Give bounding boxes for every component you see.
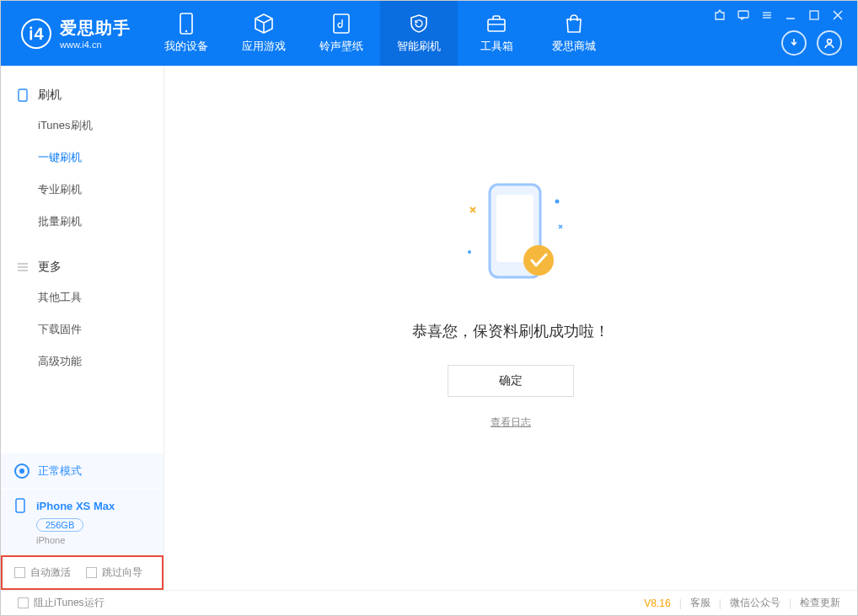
footer-link-support[interactable]: 客服 (690, 596, 711, 610)
main-content: 恭喜您，保资料刷机成功啦！ 确定 查看日志 (164, 66, 857, 590)
success-message: 恭喜您，保资料刷机成功啦！ (412, 321, 609, 341)
download-button[interactable] (781, 30, 807, 56)
svg-rect-3 (488, 19, 505, 31)
tab-my-device[interactable]: 我的设备 (147, 1, 225, 66)
phone-icon (175, 13, 197, 35)
svg-rect-10 (810, 11, 818, 19)
cube-icon (253, 13, 275, 35)
device-status[interactable]: 正常模式 (1, 453, 164, 489)
device-capacity: 256GB (36, 518, 83, 532)
checkbox-auto-activate[interactable]: 自动激活 (14, 565, 71, 580)
device-name: iPhone XS Max (36, 500, 115, 512)
svg-point-22 (523, 245, 554, 276)
user-button[interactable] (817, 30, 842, 56)
app-title: 爱思助手 (60, 17, 131, 40)
feedback-icon[interactable] (736, 8, 751, 23)
sidebar-item-download-firmware[interactable]: 下载固件 (1, 313, 164, 345)
close-icon[interactable] (830, 8, 845, 23)
svg-rect-5 (738, 11, 748, 18)
device-icon (16, 88, 29, 102)
footer: 阻止iTunes运行 V8.16 | 客服 | 微信公众号 | 检查更新 (1, 590, 857, 615)
app-header: ⅰ4 爱思助手 www.i4.cn 我的设备 应用游戏 铃声壁纸 智能刷机 工具… (1, 1, 857, 66)
app-subtitle: www.i4.cn (60, 40, 131, 50)
phone-small-icon (14, 498, 29, 513)
logo-icon: ⅰ4 (21, 19, 51, 49)
theme-icon[interactable] (712, 8, 727, 23)
sidebar: 刷机 iTunes刷机 一键刷机 专业刷机 批量刷机 更多 其他工具 下载固件 … (1, 66, 164, 590)
sidebar-item-other-tools[interactable]: 其他工具 (1, 281, 164, 313)
svg-rect-19 (16, 499, 24, 512)
sidebar-item-advanced[interactable]: 高级功能 (1, 345, 164, 378)
svg-point-24 (468, 250, 471, 254)
status-label: 正常模式 (38, 463, 82, 479)
sidebar-item-pro-flash[interactable]: 专业刷机 (1, 174, 164, 206)
svg-point-18 (19, 469, 24, 474)
sidebar-group-more[interactable]: 更多 (1, 253, 164, 281)
briefcase-icon (485, 13, 507, 35)
sidebar-group-flash[interactable]: 刷机 (1, 81, 164, 110)
device-info[interactable]: iPhone XS Max 256GB iPhone (1, 490, 164, 555)
sidebar-item-batch-flash[interactable]: 批量刷机 (1, 206, 164, 238)
tab-smart-flash[interactable]: 智能刷机 (380, 1, 458, 66)
version-label: V8.16 (644, 597, 670, 609)
success-illustration (439, 176, 582, 294)
logo: ⅰ4 爱思助手 www.i4.cn (1, 17, 147, 50)
svg-rect-14 (19, 89, 27, 101)
menu-icon[interactable] (759, 8, 775, 23)
sidebar-item-oneclick-flash[interactable]: 一键刷机 (1, 142, 164, 174)
checkbox-block-itunes[interactable]: 阻止iTunes运行 (18, 596, 105, 610)
window-controls (712, 8, 845, 23)
tab-ringtone-wallpaper[interactable]: 铃声壁纸 (303, 1, 380, 66)
svg-point-23 (555, 199, 560, 203)
shopping-bag-icon (563, 13, 585, 35)
minimize-icon[interactable] (783, 8, 798, 23)
tab-apps-games[interactable]: 应用游戏 (225, 1, 303, 66)
ok-button[interactable]: 确定 (448, 365, 574, 397)
svg-point-1 (185, 30, 187, 32)
shield-refresh-icon (408, 13, 430, 35)
svg-point-13 (828, 40, 832, 44)
list-icon (16, 260, 29, 274)
status-dot-icon (14, 463, 29, 479)
checkbox-skip-guide[interactable]: 跳过向导 (86, 565, 142, 580)
highlighted-options: 自动激活 跳过向导 (1, 555, 164, 590)
footer-link-update[interactable]: 检查更新 (800, 596, 840, 610)
music-file-icon (330, 13, 352, 35)
device-type: iPhone (36, 535, 150, 545)
tab-store[interactable]: 爱思商城 (535, 1, 613, 66)
sidebar-item-itunes-flash[interactable]: iTunes刷机 (1, 110, 164, 142)
maximize-icon[interactable] (807, 8, 822, 23)
tab-toolbox[interactable]: 工具箱 (458, 1, 535, 66)
nav-tabs: 我的设备 应用游戏 铃声壁纸 智能刷机 工具箱 爱思商城 (147, 1, 613, 66)
footer-link-wechat[interactable]: 微信公众号 (730, 596, 780, 610)
svg-rect-2 (334, 14, 349, 33)
view-log-link[interactable]: 查看日志 (491, 415, 531, 430)
